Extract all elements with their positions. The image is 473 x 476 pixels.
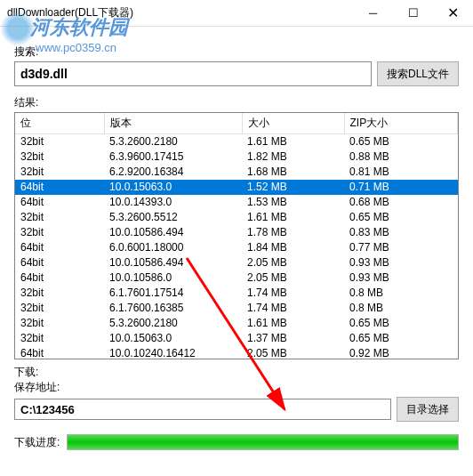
- cell-bit: 64bit: [15, 255, 104, 270]
- browse-button[interactable]: 目录选择: [397, 397, 459, 422]
- search-input[interactable]: [14, 61, 372, 86]
- cell-size: 1.84 MB: [242, 240, 344, 255]
- cell-bit: 32bit: [15, 134, 104, 149]
- cell-size: 1.78 MB: [242, 225, 344, 240]
- cell-size: 1.61 MB: [242, 316, 344, 331]
- save-path-input[interactable]: [14, 399, 391, 420]
- cell-bit: 32bit: [15, 210, 104, 225]
- cell-ver: 6.1.7600.16385: [104, 301, 242, 316]
- cell-ver: 10.0.10586.494: [104, 225, 242, 240]
- maximize-button[interactable]: ☐: [393, 0, 433, 27]
- cell-size: 2.05 MB: [242, 255, 344, 270]
- cell-zip: 0.8 MB: [344, 286, 458, 301]
- cell-zip: 0.71 MB: [344, 180, 458, 195]
- cell-zip: 0.88 MB: [344, 149, 458, 165]
- cell-size: 1.61 MB: [242, 134, 344, 149]
- results-label: 结果:: [14, 95, 459, 110]
- cell-zip: 0.83 MB: [344, 225, 458, 240]
- table-header-row: 位 版本 大小 ZIP大小: [15, 113, 458, 134]
- table-row[interactable]: 32bit10.0.10586.4941.78 MB0.83 MB: [15, 225, 458, 240]
- progress-label: 下载进度:: [14, 435, 60, 450]
- cell-bit: 32bit: [15, 149, 104, 165]
- cell-zip: 0.68 MB: [344, 195, 458, 210]
- table-row[interactable]: 32bit6.1.7601.175141.74 MB0.8 MB: [15, 286, 458, 301]
- cell-zip: 0.65 MB: [344, 331, 458, 346]
- cell-ver: 6.1.7601.17514: [104, 286, 242, 301]
- results-table: 位 版本 大小 ZIP大小 32bit5.3.2600.21801.61 MB0…: [14, 112, 459, 359]
- cell-zip: 0.92 MB: [344, 346, 458, 359]
- cell-bit: 32bit: [15, 316, 104, 331]
- cell-zip: 0.93 MB: [344, 270, 458, 286]
- download-label: 下载:: [14, 365, 459, 380]
- table-row[interactable]: 32bit5.3.2600.55121.61 MB0.65 MB: [15, 210, 458, 225]
- titlebar: dllDownloader(DLL下载器) ─ ☐ ✕: [0, 0, 473, 27]
- table-row[interactable]: 64bit10.0.10586.02.05 MB0.93 MB: [15, 270, 458, 286]
- cell-ver: 10.0.15063.0: [104, 180, 242, 195]
- progress-fill: [68, 435, 458, 449]
- cell-ver: 5.3.2600.5512: [104, 210, 242, 225]
- cell-ver: 6.2.9200.16384: [104, 165, 242, 180]
- close-button[interactable]: ✕: [433, 0, 473, 27]
- table-row[interactable]: 64bit10.0.10586.4942.05 MB0.93 MB: [15, 255, 458, 270]
- window-title: dllDownloader(DLL下载器): [7, 5, 353, 20]
- table-row[interactable]: 64bit10.0.14393.01.53 MB0.68 MB: [15, 195, 458, 210]
- table-row[interactable]: 32bit5.3.2600.21801.61 MB0.65 MB: [15, 316, 458, 331]
- cell-ver: 10.0.10586.494: [104, 255, 242, 270]
- cell-size: 2.05 MB: [242, 346, 344, 359]
- cell-bit: 64bit: [15, 270, 104, 286]
- progress-bar: [67, 434, 459, 450]
- cell-size: 1.52 MB: [242, 180, 344, 195]
- minimize-button[interactable]: ─: [353, 0, 393, 27]
- cell-size: 1.61 MB: [242, 210, 344, 225]
- cell-ver: 10.0.10586.0: [104, 270, 242, 286]
- cell-size: 1.68 MB: [242, 165, 344, 180]
- cell-size: 1.53 MB: [242, 195, 344, 210]
- table-row[interactable]: 32bit5.3.2600.21801.61 MB0.65 MB: [15, 134, 458, 149]
- cell-zip: 0.8 MB: [344, 301, 458, 316]
- cell-bit: 32bit: [15, 301, 104, 316]
- cell-ver: 10.0.14393.0: [104, 195, 242, 210]
- cell-bit: 32bit: [15, 225, 104, 240]
- header-version[interactable]: 版本: [104, 113, 242, 134]
- cell-size: 1.82 MB: [242, 149, 344, 165]
- cell-size: 2.05 MB: [242, 270, 344, 286]
- table-scroll[interactable]: 位 版本 大小 ZIP大小 32bit5.3.2600.21801.61 MB0…: [15, 113, 458, 359]
- cell-bit: 32bit: [15, 286, 104, 301]
- table-row[interactable]: 32bit10.0.15063.01.37 MB0.65 MB: [15, 331, 458, 346]
- cell-ver: 5.3.2600.2180: [104, 134, 242, 149]
- cell-zip: 0.81 MB: [344, 165, 458, 180]
- cell-bit: 64bit: [15, 240, 104, 255]
- cell-zip: 0.65 MB: [344, 316, 458, 331]
- cell-ver: 5.3.2600.2180: [104, 316, 242, 331]
- cell-zip: 0.65 MB: [344, 134, 458, 149]
- table-row[interactable]: 32bit6.1.7600.163851.74 MB0.8 MB: [15, 301, 458, 316]
- cell-bit: 32bit: [15, 165, 104, 180]
- cell-size: 1.74 MB: [242, 286, 344, 301]
- table-row[interactable]: 64bit10.0.15063.01.52 MB0.71 MB: [15, 180, 458, 195]
- cell-size: 1.74 MB: [242, 301, 344, 316]
- cell-bit: 64bit: [15, 195, 104, 210]
- header-bit[interactable]: 位: [15, 113, 104, 134]
- save-path-label: 保存地址:: [14, 380, 459, 395]
- table-row[interactable]: 32bit6.2.9200.163841.68 MB0.81 MB: [15, 165, 458, 180]
- search-label: 搜索:: [14, 44, 459, 60]
- cell-zip: 0.77 MB: [344, 240, 458, 255]
- table-row[interactable]: 64bit6.0.6001.180001.84 MB0.77 MB: [15, 240, 458, 255]
- cell-zip: 0.65 MB: [344, 210, 458, 225]
- cell-ver: 6.0.6001.18000: [104, 240, 242, 255]
- cell-bit: 64bit: [15, 180, 104, 195]
- cell-ver: 10.0.10240.16412: [104, 346, 242, 359]
- cell-size: 1.37 MB: [242, 331, 344, 346]
- cell-ver: 6.3.9600.17415: [104, 149, 242, 165]
- table-row[interactable]: 32bit6.3.9600.174151.82 MB0.88 MB: [15, 149, 458, 165]
- cell-ver: 10.0.15063.0: [104, 331, 242, 346]
- header-zipsize[interactable]: ZIP大小: [344, 113, 458, 134]
- cell-bit: 32bit: [15, 331, 104, 346]
- watermark-logo: [0, 11, 36, 46]
- cell-zip: 0.93 MB: [344, 255, 458, 270]
- header-size[interactable]: 大小: [242, 113, 344, 134]
- table-row[interactable]: 64bit10.0.10240.164122.05 MB0.92 MB: [15, 346, 458, 359]
- search-button[interactable]: 搜索DLL文件: [377, 61, 459, 86]
- cell-bit: 64bit: [15, 346, 104, 359]
